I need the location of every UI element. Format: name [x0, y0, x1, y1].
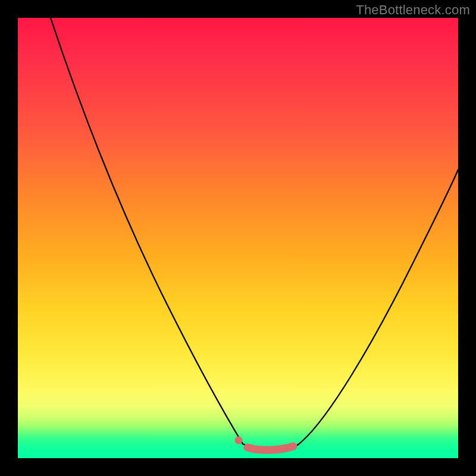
- accent-dot: [235, 437, 243, 444]
- curve-right-branch: [298, 170, 458, 445]
- bottleneck-curve: [18, 18, 458, 458]
- chart-frame: TheBottleneck.com: [0, 0, 476, 476]
- plot-area: [18, 18, 458, 458]
- curve-left-branch: [51, 18, 243, 444]
- accent-valley-segment: [248, 446, 293, 450]
- watermark-text: TheBottleneck.com: [356, 2, 470, 18]
